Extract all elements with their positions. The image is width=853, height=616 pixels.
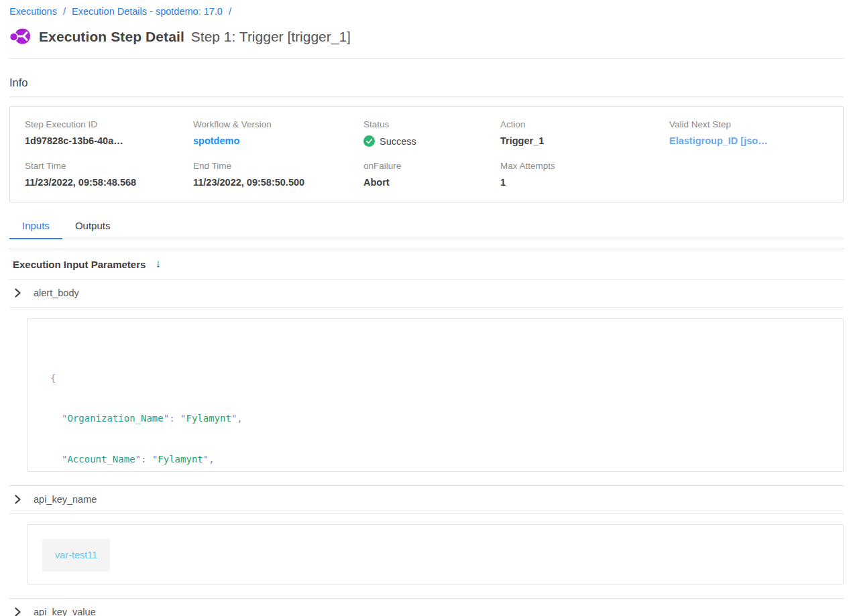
- breadcrumb-executions-link[interactable]: Executions: [9, 6, 57, 17]
- valid-next-step-link[interactable]: Elastigroup_ID [jso…: [669, 135, 828, 146]
- chevron-right-icon[interactable]: [13, 495, 22, 504]
- json-line: "Organization_Name": "Fylamynt",: [50, 412, 843, 425]
- section-label: alert_body: [34, 288, 79, 298]
- alert-body-json-panel: { "Organization_Name": "Fylamynt", "Acco…: [27, 318, 844, 472]
- execution-step-detail-page: Executions / Execution Details - spotdem…: [0, 0, 853, 616]
- info-field-workflow-version: Workflow & Version spotdemo: [193, 119, 363, 147]
- breadcrumb-execution-details-link[interactable]: Execution Details - spotdemo: 17.0: [72, 6, 223, 17]
- info-field-end-time: End Time 11/23/2022, 09:58:50.500: [193, 161, 363, 188]
- api-key-name-divider: [9, 513, 844, 514]
- section-label: api_key_name: [34, 494, 97, 505]
- page-title: Execution Step Detail: [39, 29, 184, 45]
- api-key-name-value: var-test11: [42, 539, 110, 572]
- page-header: Execution Step Detail Step 1: Trigger [t…: [9, 27, 844, 46]
- json-viewer: { "Organization_Name": "Fylamynt", "Acco…: [27, 319, 843, 472]
- chevron-right-icon[interactable]: [13, 288, 22, 298]
- tab-inputs[interactable]: Inputs: [9, 214, 62, 239]
- workflow-link[interactable]: spotdemo: [193, 135, 363, 146]
- section-row-api-key-value[interactable]: api_key_value: [9, 599, 844, 616]
- fylamynt-logo-icon: [9, 27, 30, 46]
- status-badge: Success: [380, 136, 416, 147]
- info-card: Step Execution ID 1d97828c-13b6-40a… Wor…: [9, 106, 844, 202]
- json-open-brace: {: [50, 371, 843, 385]
- info-field-onfailure: onFailure Abort: [363, 161, 500, 188]
- tabs-bar: Inputs Outputs: [9, 214, 844, 239]
- api-key-name-panel: var-test11: [27, 524, 844, 584]
- info-field-status: Status Success: [363, 119, 500, 147]
- json-line: "Account_Name": "Fylamynt",: [50, 452, 843, 466]
- info-heading: Info: [9, 76, 844, 89]
- tab-outputs[interactable]: Outputs: [62, 214, 123, 239]
- breadcrumb-separator: /: [229, 6, 231, 17]
- info-field-empty: [669, 161, 828, 188]
- success-check-icon: [363, 135, 375, 147]
- chevron-right-icon[interactable]: [13, 607, 22, 616]
- info-field-action: Action Trigger_1: [500, 119, 669, 147]
- info-field-max-attempts: Max Attempts 1: [500, 161, 669, 188]
- info-field-start-time: Start Time 11/23/2022, 09:58:48.568: [25, 161, 193, 188]
- section-label: api_key_value: [34, 607, 96, 616]
- section-row-api-key-name[interactable]: api_key_name: [9, 486, 844, 513]
- info-field-step-execution-id: Step Execution ID 1d97828c-13b6-40a…: [25, 119, 193, 147]
- execution-input-parameters-title: Execution Input Parameters: [13, 259, 146, 270]
- section-row-alert-body[interactable]: alert_body: [9, 280, 844, 307]
- execution-input-parameters-bar: Execution Input Parameters ↓: [9, 249, 844, 279]
- info-divider: [9, 97, 844, 97]
- breadcrumb: Executions / Execution Details - spotdem…: [9, 0, 844, 17]
- download-parameters-icon[interactable]: ↓: [155, 257, 161, 271]
- page-subtitle: Step 1: Trigger [trigger_1]: [191, 29, 351, 45]
- alert-body-divider: [9, 307, 844, 308]
- info-field-valid-next-step: Valid Next Step Elastigroup_ID [jso…: [669, 119, 828, 147]
- breadcrumb-separator: /: [63, 6, 66, 17]
- title-divider: [9, 58, 844, 59]
